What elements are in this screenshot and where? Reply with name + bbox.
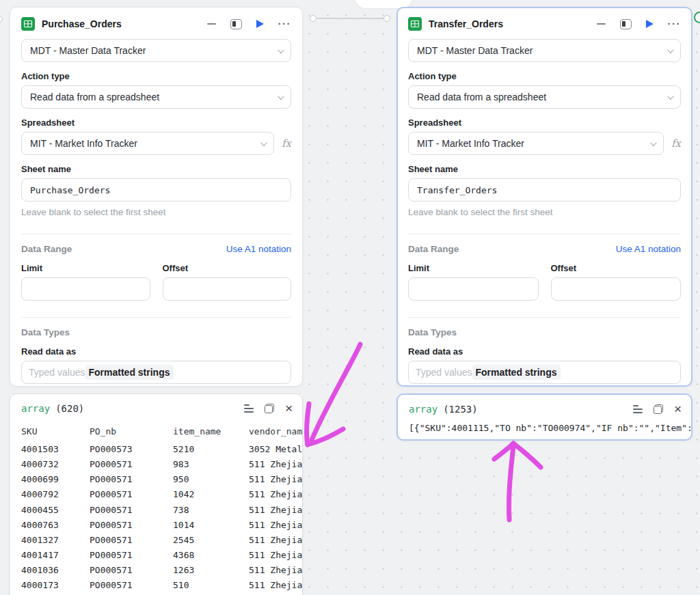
google-sheets-icon — [408, 17, 422, 31]
table-row[interactable]: 4000173 PO000571 510 511 Zhejia — [21, 578, 302, 593]
action-type-label: Action type — [408, 71, 681, 81]
cell-vendor-name: 511 Zhejia — [249, 550, 302, 560]
cell-item-name: 510 — [173, 580, 249, 590]
table-header-row: SKU PO_nb item_name vendor_nam — [21, 424, 302, 439]
cell-po-nb: PO000571 — [90, 580, 173, 590]
sheet-name-hint: Leave blank to select the first sheet — [408, 207, 681, 217]
cell-vendor-name: 511 Zhejia — [249, 459, 302, 469]
cell-po-nb: PO000573 — [90, 444, 173, 454]
node-title: Purchase_Orders — [42, 18, 122, 29]
table-row[interactable]: 4000455 PO000571 738 511 Zhejia — [21, 502, 302, 517]
edge-port[interactable] — [0, 16, 3, 23]
cell-sku: 4000763 — [21, 520, 90, 530]
panel-header: Purchase_Orders ··· — [21, 17, 291, 31]
dock-panel-icon[interactable] — [230, 19, 242, 29]
spreadsheet-select[interactable]: MIT - Market Info Tracker — [21, 132, 274, 155]
cell-item-name: 5210 — [173, 444, 249, 454]
spreadsheet-label: Spreadsheet — [408, 117, 681, 128]
cell-po-nb: PO000571 — [90, 489, 173, 499]
chevron-down-icon — [278, 46, 284, 53]
cell-item-name: 4368 — [173, 550, 249, 560]
table-row[interactable]: 4001503 PO000573 5210 3052 Metal — [21, 441, 302, 456]
cell-vendor-name: 3052 Metal — [249, 444, 302, 454]
use-a1-notation-link[interactable]: Use A1 notation — [616, 244, 681, 254]
limit-input[interactable] — [408, 277, 539, 301]
more-menu-icon[interactable]: ··· — [668, 20, 682, 27]
formatted-strings-chip[interactable]: Formatted strings — [85, 365, 174, 380]
read-data-as-input[interactable]: Typed values Formatted strings — [408, 361, 681, 384]
sheet-name-input[interactable] — [21, 178, 291, 202]
panel-header: Transfer_Orders ··· — [408, 17, 681, 31]
limit-input[interactable] — [21, 277, 150, 301]
table-row[interactable]: 4001417 PO000571 4368 511 Zhejia — [21, 548, 302, 563]
connection-select[interactable]: MDT - Master Data Tracker — [408, 39, 681, 62]
cell-sku: 4001503 — [21, 444, 90, 454]
cell-po-nb: PO000571 — [90, 550, 173, 560]
table-row[interactable]: 4000792 PO000571 1042 511 Zhejia — [21, 487, 302, 502]
copy-icon[interactable] — [265, 404, 274, 413]
offset-input[interactable] — [163, 277, 292, 301]
dock-panel-icon[interactable] — [620, 19, 632, 29]
section-divider — [21, 234, 291, 234]
table-row[interactable]: 4000699 PO000571 950 511 Zhejia — [21, 472, 302, 487]
section-divider — [408, 234, 681, 234]
cell-item-name: 1014 — [173, 520, 249, 530]
offset-input[interactable] — [551, 277, 682, 301]
formula-fx-icon[interactable]: fx — [671, 137, 681, 150]
cell-sku: 4000699 — [21, 474, 90, 484]
copy-icon[interactable] — [654, 404, 663, 414]
close-icon[interactable]: × — [285, 404, 293, 413]
column-header: item_name — [173, 426, 249, 437]
run-node-icon[interactable] — [646, 20, 654, 28]
cell-vendor-name: 511 Zhejia — [249, 565, 302, 575]
list-view-icon[interactable] — [633, 405, 643, 413]
spreadsheet-value: MIT - Market Info Tracker — [417, 138, 524, 149]
cell-vendor-name: 511 Zhejia — [249, 520, 302, 530]
table-row[interactable]: 4000732 PO000571 983 511 Zhejia — [21, 456, 302, 471]
array-count: (1253) — [443, 404, 478, 415]
action-type-select[interactable]: Read data from a spreadsheet — [21, 85, 291, 109]
chevron-down-icon — [260, 139, 267, 146]
cell-po-nb: PO000571 — [90, 535, 173, 545]
cell-item-name: 2545 — [173, 535, 249, 545]
limit-label: Limit — [21, 263, 150, 273]
table-row[interactable]: 4000763 PO000571 1014 511 Zhejia — [21, 517, 302, 532]
right-node-output-port[interactable] — [694, 12, 700, 23]
sheet-name-input[interactable] — [408, 178, 681, 202]
connection-value: MDT - Master Data Tracker — [30, 45, 146, 56]
typed-values-placeholder: Typed values — [416, 367, 472, 378]
cell-po-nb: PO000571 — [90, 459, 173, 469]
node-panel-transfer-orders: Transfer_Orders ··· MDT - Master Data Tr… — [396, 7, 692, 387]
use-a1-notation-link[interactable]: Use A1 notation — [226, 244, 291, 254]
column-header: vendor_nam — [249, 426, 302, 437]
minimize-icon[interactable] — [207, 23, 216, 25]
connection-select[interactable]: MDT - Master Data Tracker — [21, 39, 291, 62]
action-type-select[interactable]: Read data from a spreadsheet — [408, 85, 681, 109]
arrow-pointing-right-array — [494, 443, 541, 520]
action-type-value: Read data from a spreadsheet — [417, 92, 546, 102]
spreadsheet-label: Spreadsheet — [21, 117, 291, 128]
table-row[interactable]: 4001327 PO000571 2545 511 Zhejia — [21, 532, 302, 547]
output-panel-purchase-orders: array (620) × SKU PO_nb item_name vendor… — [10, 393, 303, 595]
table-row[interactable]: 4001036 PO000571 1263 511 Zhejia — [21, 563, 302, 578]
read-data-as-label: Read data as — [408, 346, 681, 357]
more-menu-icon[interactable]: ··· — [278, 20, 292, 27]
column-header: PO_nb — [90, 426, 173, 437]
google-sheets-icon — [21, 17, 35, 31]
spreadsheet-select[interactable]: MIT - Market Info Tracker — [408, 132, 664, 155]
minimize-icon[interactable] — [597, 23, 606, 25]
workflow-canvas[interactable]: Purchase_Orders ··· MDT - Master Data Tr… — [0, 0, 700, 595]
formula-fx-icon[interactable]: fx — [282, 137, 291, 150]
run-node-icon[interactable] — [256, 20, 264, 28]
json-preview-line[interactable]: [{"SKU":4001115,"TO nb":"TO000974","IF n… — [398, 415, 691, 441]
cell-po-nb: PO000571 — [90, 474, 173, 484]
read-data-as-input[interactable]: Typed values Formatted strings — [21, 361, 291, 384]
left-node-output-port[interactable] — [310, 15, 317, 22]
limit-label: Limit — [408, 263, 539, 273]
right-node-input-port[interactable] — [383, 15, 390, 22]
close-icon[interactable]: × — [674, 404, 682, 414]
formatted-strings-chip[interactable]: Formatted strings — [472, 365, 561, 380]
list-view-icon[interactable] — [244, 404, 254, 413]
cell-item-name: 983 — [173, 459, 249, 469]
cell-vendor-name: 511 Zhejia — [249, 474, 302, 484]
